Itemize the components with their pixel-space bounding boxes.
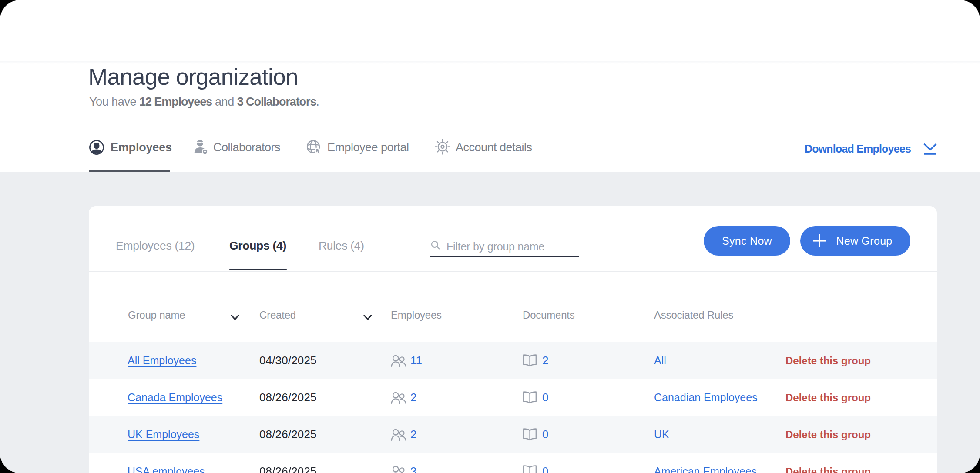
tab-employees-label: Employees: [111, 141, 172, 154]
delete-group-link[interactable]: Delete this group: [785, 429, 871, 441]
user-shield-icon: [194, 139, 208, 156]
people-icon: [391, 392, 406, 404]
associated-rule-link[interactable]: All: [654, 354, 666, 367]
globe-cursor-icon: [306, 139, 322, 156]
group-name-link[interactable]: UK Employees: [128, 428, 199, 441]
created-date: 08/26/2025: [259, 416, 317, 453]
plus-icon: [812, 233, 827, 248]
table-row: All Employees 04/30/2025 11 2 All Delete…: [89, 342, 937, 379]
column-header-created: Created: [259, 310, 296, 320]
filter-input[interactable]: [446, 239, 577, 254]
created-date: 08/26/2025: [259, 379, 317, 416]
group-name-link[interactable]: All Employees: [128, 354, 196, 367]
tab-employee-portal[interactable]: Employee portal: [306, 140, 409, 155]
tab-collaborators[interactable]: Collaborators: [194, 140, 280, 155]
download-employees-link[interactable]: Download Employees: [805, 142, 937, 156]
employees-count-link[interactable]: 11: [410, 354, 422, 367]
delete-group-link[interactable]: Delete this group: [785, 355, 871, 367]
book-icon: [523, 428, 537, 441]
top-navbar-divider: [0, 61, 980, 64]
sort-chevron-group-name[interactable]: [231, 314, 239, 321]
new-group-button[interactable]: New Group: [800, 226, 910, 256]
user-circle-icon: [89, 140, 104, 155]
gear-icon: [435, 139, 450, 156]
documents-count-link[interactable]: 2: [542, 354, 548, 367]
created-date: 08/26/2025: [259, 453, 317, 473]
column-header-group-name: Group name: [128, 310, 185, 320]
created-date: 04/30/2025: [259, 342, 317, 379]
collaborators-count: 3 Collaborators: [237, 95, 316, 108]
tab-employees[interactable]: Employees: [89, 140, 172, 155]
card-tab-employees[interactable]: Employees (12): [116, 240, 195, 252]
table-row: UK Employees 08/26/2025 2 0 UK Delete th…: [89, 416, 937, 453]
column-header-documents: Documents: [523, 310, 575, 320]
sort-chevron-created[interactable]: [363, 314, 372, 321]
delete-group-link[interactable]: Delete this group: [785, 392, 871, 404]
employees-count-link[interactable]: 2: [410, 391, 416, 404]
delete-group-link[interactable]: Delete this group: [785, 466, 871, 473]
people-icon: [391, 466, 406, 473]
documents-count-link[interactable]: 0: [542, 428, 548, 441]
tab-account-details[interactable]: Account details: [435, 140, 532, 155]
active-tab-underline: [89, 170, 170, 172]
groups-table-body: All Employees 04/30/2025 11 2 All Delete…: [89, 342, 937, 473]
book-icon: [523, 354, 537, 367]
group-name-link[interactable]: USA employees: [128, 465, 205, 473]
people-icon: [391, 429, 406, 441]
sync-now-button[interactable]: Sync Now: [704, 226, 790, 256]
associated-rule-link[interactable]: UK: [654, 428, 669, 441]
tab-collaborators-label: Collaborators: [213, 141, 280, 154]
card-tab-groups[interactable]: Groups (4): [229, 240, 286, 252]
documents-count-link[interactable]: 0: [542, 391, 548, 404]
download-employees-label: Download Employees: [805, 143, 911, 155]
people-icon: [391, 355, 406, 367]
page-subtitle: You have 12 Employees and 3 Collaborator…: [89, 96, 319, 108]
associated-rule-link[interactable]: American Employees: [654, 465, 757, 473]
tab-employee-portal-label: Employee portal: [327, 141, 409, 154]
card-tabs-divider: [89, 271, 937, 272]
column-header-associated-rules: Associated Rules: [654, 310, 733, 320]
card-tab-rules[interactable]: Rules (4): [319, 240, 364, 252]
card-active-tab-underline: [229, 269, 287, 270]
book-icon: [523, 391, 537, 404]
search-icon: [431, 240, 440, 250]
groups-card: Employees (12) Groups (4) Rules (4) Sync…: [89, 206, 937, 473]
table-row: Canada Employees 08/26/2025 2 0 Canadian…: [89, 379, 937, 416]
table-row: USA employees 08/26/2025 3 0 American Em…: [89, 453, 937, 473]
employees-count-link[interactable]: 2: [410, 428, 416, 441]
associated-rule-link[interactable]: Canadian Employees: [654, 391, 758, 404]
download-icon: [923, 143, 937, 155]
app-screen: Manage organization You have 12 Employee…: [0, 0, 980, 473]
page-title: Manage organization: [88, 65, 298, 88]
employees-count-link[interactable]: 3: [410, 465, 416, 473]
filter-field: [430, 240, 579, 257]
column-header-employees: Employees: [391, 310, 442, 320]
group-name-link[interactable]: Canada Employees: [128, 391, 222, 404]
employees-count: 12 Employees: [139, 95, 212, 108]
documents-count-link[interactable]: 0: [542, 465, 548, 473]
book-icon: [523, 465, 537, 473]
tab-account-details-label: Account details: [456, 141, 532, 154]
